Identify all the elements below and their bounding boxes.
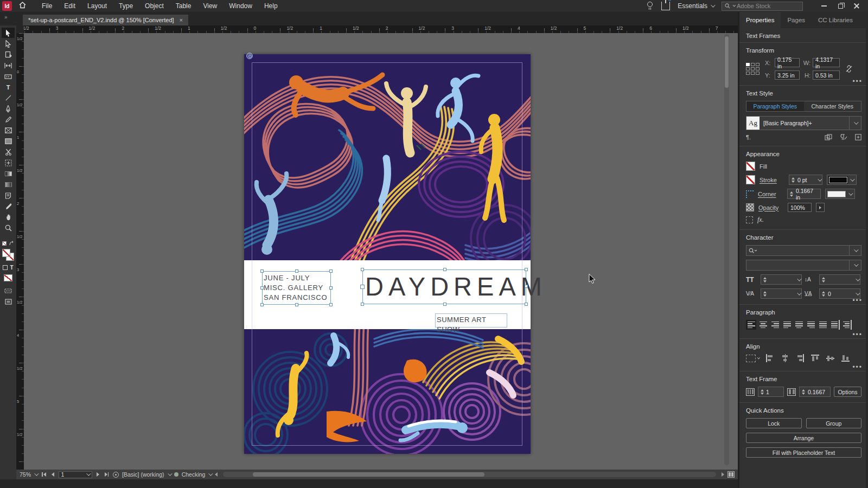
tab-cc-libraries[interactable]: CC Libraries (812, 12, 859, 28)
content-grabber-icon[interactable] (246, 53, 253, 59)
align-objects-right-button[interactable] (796, 354, 805, 362)
pilcrow-options-icon[interactable]: ¶. (746, 134, 751, 140)
restore-button[interactable] (832, 0, 848, 12)
preset-chevron-icon[interactable] (168, 471, 172, 476)
menu-help[interactable]: Help (258, 0, 284, 12)
font-family-dropdown[interactable] (746, 245, 861, 256)
vertical-scroll-thumb[interactable] (725, 36, 729, 88)
justify-all-button[interactable] (818, 320, 828, 330)
preflight-status[interactable]: Checking (182, 471, 206, 478)
justify-last-left-button[interactable] (782, 320, 792, 330)
tab-close-icon[interactable]: × (180, 17, 183, 23)
paragraph-more-icon[interactable]: ••• (852, 333, 863, 336)
page-number-field[interactable]: 1 (59, 471, 92, 478)
corner-shape-dropdown[interactable] (825, 189, 855, 199)
menu-layout[interactable]: Layout (81, 0, 113, 12)
ruler-origin[interactable] (16, 25, 24, 33)
w-field[interactable]: 4.1317 in (813, 58, 840, 67)
stroke-weight-combo[interactable]: 0 pt (789, 175, 822, 185)
align-right-button[interactable] (770, 320, 780, 330)
learn-lightbulb-icon[interactable] (646, 1, 654, 11)
frame-handle[interactable] (295, 269, 298, 273)
vertical-ruler[interactable]: 1/201/2 11/22 1/231/2 41/25 1/2 (16, 33, 24, 470)
pencil-tool[interactable] (2, 114, 15, 125)
y-field[interactable]: 3.25 in (775, 70, 800, 80)
frame-handle[interactable] (329, 303, 333, 306)
frame-handle[interactable] (329, 269, 333, 273)
menu-view[interactable]: View (197, 0, 223, 12)
justify-last-center-button[interactable] (794, 320, 804, 330)
horizontal-ruler[interactable]: 1/231/2 21/21 1/201/2 11/22 1/231/2 41/2… (16, 25, 738, 33)
corner-radius-combo[interactable]: 0.1667 in (787, 189, 821, 199)
opacity-label[interactable]: Opacity (758, 204, 783, 211)
pen-tool[interactable] (2, 104, 15, 114)
align-toward-spine-button[interactable] (829, 320, 840, 330)
vertical-scrollbar[interactable] (724, 34, 729, 465)
rectangle-tool[interactable] (2, 136, 15, 146)
hand-tool[interactable] (2, 212, 15, 222)
scissors-tool[interactable] (2, 147, 15, 157)
frame-handle[interactable] (443, 303, 446, 306)
frame-handle[interactable] (260, 269, 264, 273)
h-field[interactable]: 0.53 in (813, 70, 840, 80)
clear-overrides-icon[interactable] (840, 134, 847, 140)
dates-text-frame[interactable]: JUNE - JULY MISC. GALLERY SAN FRANCISCO (262, 271, 331, 305)
selection-tool[interactable] (2, 28, 15, 38)
opacity-expand-button[interactable] (816, 203, 825, 212)
formatting-affects-container-icon[interactable] (3, 265, 8, 270)
align-more-icon[interactable]: ••• (852, 365, 863, 369)
frame-handle[interactable] (361, 268, 364, 271)
gap-tool[interactable] (2, 60, 15, 70)
paragraph-style-dropdown[interactable]: Ag [Basic Paragraph]+ (746, 116, 861, 130)
screen-mode-icon[interactable] (2, 297, 15, 307)
align-objects-top-button[interactable] (811, 354, 820, 362)
zoom-chevron-icon[interactable] (34, 471, 39, 476)
workspace-switcher[interactable]: Essentials (678, 2, 714, 10)
type-tool[interactable]: T (2, 82, 15, 92)
arrange-button[interactable]: Arrange (746, 433, 861, 443)
tab-pages[interactable]: Pages (781, 12, 812, 28)
fx-icon[interactable]: fx. (757, 216, 764, 224)
line-tool[interactable] (2, 93, 15, 103)
columns-combo[interactable]: 1 (758, 387, 784, 397)
leading-combo[interactable] (819, 274, 860, 285)
free-transform-tool[interactable] (2, 158, 15, 168)
group-button[interactable]: Group (806, 418, 862, 428)
preflight-preset[interactable]: [Basic] (working) (122, 471, 164, 478)
apply-none-button[interactable] (4, 274, 12, 281)
panel-collapse-icon[interactable]: » (4, 14, 8, 20)
home-icon[interactable] (16, 2, 28, 10)
horizontal-scrollbar[interactable] (223, 472, 716, 477)
constrain-proportions-icon[interactable] (845, 65, 853, 73)
scroll-right-arrow[interactable] (722, 472, 724, 477)
preflight-icon[interactable] (113, 472, 119, 478)
paragraph-styles-tab[interactable]: Paragraph Styles (746, 101, 804, 111)
gradient-swatch-tool[interactable] (2, 169, 15, 179)
fill-stroke-indicator[interactable] (2, 249, 14, 261)
share-icon[interactable] (661, 2, 670, 10)
postcard-page[interactable]: JUNE - JULY MISC. GALLERY SAN FRANCISCO … (244, 54, 531, 454)
minimize-button[interactable] (816, 0, 832, 12)
character-styles-tab[interactable]: Character Styles (804, 101, 861, 111)
reference-point-grid[interactable] (746, 63, 760, 75)
page-tool[interactable] (2, 49, 15, 60)
align-objects-vcenter-button[interactable] (826, 354, 835, 362)
frame-handle[interactable] (295, 303, 298, 306)
formatting-affects-text-icon[interactable]: T (10, 265, 13, 271)
subtitle-text-frame[interactable]: SUMMER ART SHOW (435, 313, 507, 328)
status-chevron-icon[interactable] (209, 471, 213, 476)
swap-fill-stroke-icon[interactable] (9, 241, 14, 246)
transform-more-icon[interactable]: ••• (852, 80, 863, 83)
fill-placeholder-button[interactable]: Fill with Placeholder Text (746, 447, 861, 458)
justify-last-right-button[interactable] (806, 320, 816, 330)
menu-type[interactable]: Type (113, 0, 139, 12)
stroke-label[interactable]: Stroke (760, 177, 784, 183)
artwork-top-image[interactable] (244, 54, 531, 260)
next-page-button[interactable] (95, 472, 100, 477)
kerning-combo[interactable] (761, 288, 802, 299)
redefine-style-icon[interactable] (825, 134, 832, 140)
font-size-combo[interactable] (761, 274, 802, 285)
gradient-feather-tool[interactable] (2, 179, 15, 190)
adobe-stock-search[interactable]: Adobe Stock (722, 2, 803, 11)
frame-handle[interactable] (525, 303, 528, 306)
